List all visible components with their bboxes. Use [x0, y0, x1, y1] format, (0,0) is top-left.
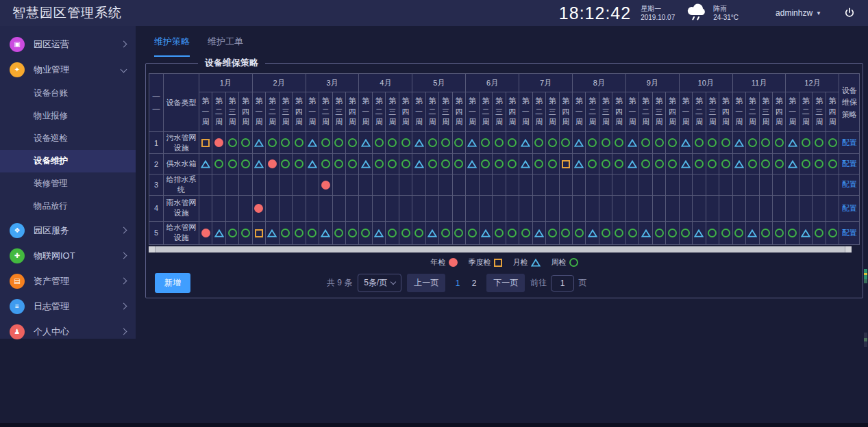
logout-power-button[interactable]: [843, 7, 856, 19]
sidebar-submenu: 设备台账物业报修设备巡检设备维护装修管理物品放行: [0, 82, 136, 218]
configure-link[interactable]: 配置: [842, 138, 857, 146]
weekly-check-cell: [319, 132, 333, 154]
weekly-check-cell: [346, 221, 359, 244]
chevron-right-icon: [121, 227, 127, 234]
empty-cell: [559, 174, 572, 196]
equipment-type: 给水管网设施: [164, 221, 199, 244]
empty-cell: [372, 174, 386, 196]
sidebar-item-park-operation[interactable]: ▣园区运营: [0, 31, 136, 57]
weekly-check-marker: [668, 159, 677, 168]
date-label: 2019.10.07: [641, 13, 675, 22]
monthly-check-cell: [252, 154, 266, 174]
sidebar-item-label: 日志管理: [34, 300, 69, 313]
configure-link[interactable]: 配置: [842, 229, 857, 237]
weekly-check-cell: [693, 132, 706, 154]
weekly-check-cell: [813, 154, 826, 174]
empty-cell: [652, 174, 665, 196]
configure-link[interactable]: 配置: [842, 180, 857, 188]
page-number-2[interactable]: 2: [467, 276, 481, 291]
weekly-check-cell: [559, 132, 572, 154]
weekly-check-marker: [615, 159, 623, 168]
weekly-check-marker: [721, 159, 730, 168]
scroll-left-button[interactable]: [149, 246, 155, 253]
table-row: 4雨水管网设施配置: [149, 195, 860, 221]
sidebar-subitem[interactable]: 设备台账: [0, 82, 136, 105]
weekly-check-marker: [695, 138, 704, 147]
user-menu[interactable]: adminhzw ▼: [776, 8, 821, 18]
weekly-check-cell: [599, 221, 612, 244]
table-row: 5给水管网设施配置: [149, 221, 860, 244]
weekly-check-cell: [346, 132, 359, 154]
weekly-check-marker: [481, 138, 490, 147]
sidebar-subitem[interactable]: 设备巡检: [0, 127, 136, 150]
scrollbar-thumb[interactable]: [156, 246, 845, 253]
symbol-legend: 年检季度检月检周检: [149, 257, 860, 268]
weekly-check-cell: [439, 221, 452, 244]
weekly-check-marker: [441, 138, 450, 147]
sidebar-item-property-management[interactable]: ✦物业管理: [0, 57, 136, 82]
weekly-check-marker: [615, 138, 623, 147]
empty-cell: [612, 195, 625, 221]
sidebar-item-asset-management[interactable]: ▤资产管理: [0, 268, 136, 294]
annual-check-cell: [319, 174, 333, 196]
sidebar-item-log-management[interactable]: ≡日志管理: [0, 294, 136, 319]
page-number-1[interactable]: 1: [451, 276, 464, 291]
empty-cell: [546, 174, 559, 196]
sidebar-item-iot[interactable]: ✚物联网IOT: [0, 243, 136, 268]
empty-cell: [625, 195, 639, 221]
month-header: 1月: [199, 74, 252, 92]
sidebar-subitem[interactable]: 装修管理: [0, 172, 136, 195]
empty-cell: [479, 195, 493, 221]
tab-maintenance-workorder[interactable]: 维护工单: [208, 36, 243, 57]
add-button[interactable]: 新增: [155, 273, 190, 293]
sidebar-subitem[interactable]: 物品放行: [0, 195, 136, 218]
sidebar-subitem[interactable]: 物业报修: [0, 105, 136, 127]
weekly-check-cell: [666, 221, 679, 244]
page-minimap-scrollbar[interactable]: [864, 269, 867, 283]
monthly-check-triangle-icon: [481, 229, 491, 237]
empty-cell: [252, 174, 266, 196]
weekly-check-cell: [639, 154, 653, 174]
weekly-check-marker: [655, 159, 664, 168]
sidebar-subitem[interactable]: 设备维护: [0, 150, 136, 172]
weekly-check-marker: [748, 138, 757, 147]
monthly-check-cell: [799, 221, 813, 244]
weekly-check-marker: [454, 159, 463, 168]
horizontal-scrollbar[interactable]: [149, 246, 852, 253]
monthly-check-triangle-icon: [681, 139, 691, 147]
weekly-check-marker: [548, 229, 557, 237]
annual-check-marker: [321, 181, 330, 190]
weekly-check-cell: [719, 132, 732, 154]
weekly-check-marker: [241, 229, 250, 237]
tab-maintenance-strategy[interactable]: 维护策略: [154, 36, 190, 57]
monthly-check-cell: [266, 221, 280, 244]
empty-cell: [412, 195, 426, 221]
weekly-check-cell: [639, 132, 653, 154]
week-header: 第一周: [786, 92, 799, 132]
sidebar-item-label: 个人中心: [34, 326, 69, 338]
weekly-check-cell: [746, 154, 760, 174]
weekly-check-cell: [652, 132, 665, 154]
prev-page-button[interactable]: 上一页: [407, 274, 445, 292]
weekly-check-cell: [612, 154, 625, 174]
sidebar-item-personal-center[interactable]: ♟个人中心: [0, 319, 136, 344]
scroll-right-button[interactable]: [845, 246, 852, 253]
page-minimap-scrollbar[interactable]: [864, 333, 867, 347]
tab-bar: 维护策略维护工单: [145, 26, 858, 57]
monthly-check-triangle-icon: [788, 160, 797, 168]
weekly-check-cell: [319, 154, 333, 174]
weekly-check-cell: [386, 154, 399, 174]
configure-link[interactable]: 配置: [842, 159, 857, 168]
configure-link[interactable]: 配置: [842, 204, 857, 212]
weekly-check-marker: [788, 229, 797, 237]
weekly-check-cell: [813, 221, 826, 244]
week-header: 第三周: [813, 92, 826, 132]
weekly-check-cell: [546, 154, 559, 174]
sidebar-item-park-service[interactable]: ❖园区服务: [0, 218, 136, 243]
goto-page-input[interactable]: [551, 275, 574, 292]
monthly-check-triangle-icon: [414, 139, 424, 147]
page-size-select[interactable]: 5条/页: [358, 274, 401, 292]
next-page-button[interactable]: 下一页: [486, 274, 525, 292]
empty-cell: [759, 195, 772, 221]
monthly-check-cell: [359, 154, 373, 174]
